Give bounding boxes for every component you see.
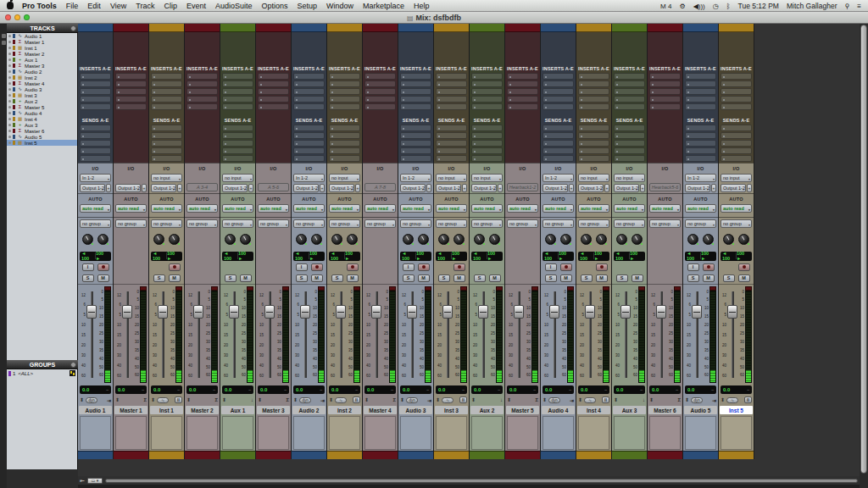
track-list-item[interactable]: +Aux 3 — [7, 122, 77, 128]
voice-selector[interactable]: ⬍ — [542, 397, 547, 402]
fader-cap[interactable] — [620, 305, 631, 319]
output-add-icon[interactable]: + — [569, 184, 574, 192]
pan-display[interactable]: ◄ 100100 ► — [578, 252, 609, 261]
groups-menu-button[interactable] — [70, 362, 76, 368]
insert-slot[interactable] — [507, 103, 538, 110]
insert-slot[interactable] — [329, 88, 360, 95]
send-slot[interactable] — [685, 140, 716, 147]
solo-button[interactable]: S — [474, 274, 486, 282]
send-slot[interactable] — [614, 125, 645, 131]
send-slot[interactable] — [578, 155, 609, 162]
menu-item-track[interactable]: Track — [136, 2, 154, 10]
timebase-icon[interactable]: ⇥ — [427, 397, 431, 403]
menu-item-pro-tools[interactable]: Pro Tools — [22, 2, 57, 10]
track-name[interactable]: Master 5 — [506, 406, 539, 414]
automation-mode-selector[interactable]: auto read▾ — [186, 204, 218, 213]
send-slot[interactable] — [293, 125, 325, 131]
insert-slot[interactable] — [151, 80, 182, 87]
menu-item-event[interactable]: Event — [186, 2, 206, 10]
insert-slot[interactable] — [471, 88, 503, 95]
dyn-voice-button[interactable]: dyn — [691, 397, 703, 403]
insert-slot[interactable] — [649, 88, 681, 95]
group-selector[interactable]: no group▾ — [542, 219, 574, 228]
pan-knob-left[interactable] — [545, 234, 556, 245]
group-selector[interactable]: no group▾ — [222, 219, 253, 228]
output-selector[interactable]: Output 1-2▾ — [721, 184, 746, 192]
output-selector[interactable]: Output 1-2▾ — [80, 184, 105, 192]
voice-selector[interactable]: ⬍ — [685, 397, 689, 402]
insert-slot[interactable] — [614, 103, 645, 110]
insert-slot[interactable] — [151, 103, 182, 110]
insert-slot[interactable] — [222, 88, 253, 95]
volume-display[interactable]: 0.0– — [436, 385, 467, 394]
comments-area[interactable] — [578, 416, 609, 450]
send-slot[interactable] — [578, 147, 609, 154]
solo-button[interactable]: S — [687, 274, 699, 282]
insert-slot[interactable] — [115, 96, 147, 103]
insert-slot[interactable] — [186, 88, 218, 95]
input-monitor-button[interactable]: I — [403, 263, 415, 271]
volume-display[interactable]: 0.0– — [258, 385, 289, 394]
volume-fader[interactable] — [264, 286, 275, 383]
automation-mode-selector[interactable]: auto read▾ — [507, 204, 538, 213]
fader-cap[interactable] — [264, 305, 275, 319]
track-list-item[interactable]: ▦Inst 2 — [7, 75, 77, 80]
track-name[interactable]: Audio 5 — [684, 406, 717, 414]
insert-slot[interactable] — [151, 96, 182, 103]
fader-cap[interactable] — [478, 305, 488, 319]
send-slot[interactable] — [400, 155, 431, 162]
track-list-item[interactable]: ΣMaster 5 — [7, 104, 77, 110]
insert-slot[interactable] — [436, 73, 467, 80]
send-slot[interactable] — [542, 147, 574, 154]
input-selector[interactable]: no input▾ — [436, 174, 467, 182]
track-name[interactable]: Audio 4 — [542, 406, 575, 414]
insert-slot[interactable] — [542, 73, 574, 80]
volume-fader[interactable] — [727, 286, 737, 383]
send-slot[interactable] — [151, 147, 182, 154]
send-slot[interactable] — [222, 140, 253, 147]
send-slot[interactable] — [436, 132, 467, 139]
group-selector[interactable]: no group▾ — [151, 219, 182, 228]
send-slot[interactable] — [685, 147, 716, 154]
track-list-item[interactable]: ∿Audio 5 — [7, 134, 77, 140]
show-hide-tracks-toggle[interactable] — [2, 34, 6, 38]
insert-slot[interactable] — [471, 103, 503, 110]
send-slot[interactable] — [578, 132, 609, 139]
pan-knob-left[interactable] — [403, 234, 414, 245]
comments-area[interactable] — [258, 416, 289, 450]
insert-slot[interactable] — [293, 80, 325, 87]
spotlight-icon[interactable]: ⚲ — [844, 3, 849, 10]
output-add-icon[interactable]: + — [177, 184, 182, 192]
group-selector[interactable]: no group▾ — [293, 219, 325, 228]
send-slot[interactable] — [151, 132, 182, 139]
pan-display[interactable]: ◄ 100100 ► — [542, 252, 574, 261]
volume-display[interactable]: 0.0– — [400, 385, 431, 394]
notification-center-icon[interactable]: ≡ — [857, 3, 861, 10]
insert-slot[interactable] — [721, 88, 752, 95]
insert-slot[interactable] — [578, 96, 609, 103]
mute-button[interactable]: M — [489, 274, 501, 282]
send-slot[interactable] — [578, 140, 609, 147]
track-name[interactable]: Inst 2 — [328, 406, 361, 414]
pan-knob-right[interactable] — [489, 234, 500, 245]
automation-mode-selector[interactable]: auto read▾ — [471, 204, 503, 213]
insert-slot[interactable] — [542, 96, 574, 103]
insert-slot[interactable] — [400, 96, 431, 103]
input-selector[interactable]: In 1-2▾ — [542, 174, 574, 182]
volume-fader[interactable] — [122, 286, 132, 383]
output-add-icon[interactable]: + — [604, 184, 609, 192]
track-name[interactable]: Inst 3 — [435, 406, 468, 414]
send-slot[interactable] — [436, 125, 467, 131]
record-enable-button[interactable] — [738, 263, 750, 271]
track-name[interactable]: Aux 2 — [470, 406, 504, 414]
input-selector[interactable]: no input▾ — [329, 174, 360, 182]
voice-selector[interactable]: ⬍ — [436, 397, 440, 402]
automation-mode-selector[interactable]: auto read▾ — [151, 204, 182, 213]
track-list-item[interactable]: ▦Inst 5 — [7, 140, 77, 146]
track-list-item[interactable]: ▦Inst 1 — [7, 45, 77, 51]
automation-mode-selector[interactable]: auto read▾ — [258, 204, 289, 213]
comments-area[interactable] — [649, 416, 681, 450]
scroll-left-edge-icon[interactable]: ⇤ — [80, 478, 85, 484]
voice-selector[interactable]: ⬍ — [258, 397, 262, 402]
pan-knob-right[interactable] — [703, 234, 714, 245]
